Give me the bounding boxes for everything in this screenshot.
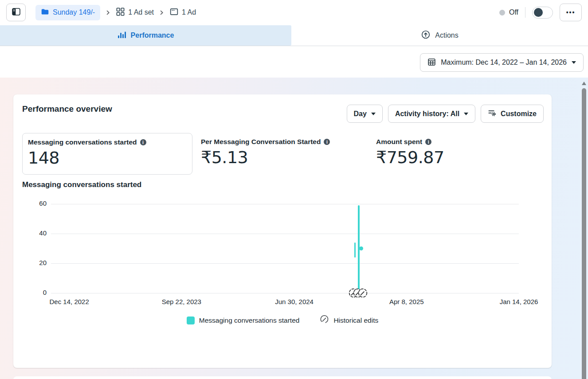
more-options-button[interactable] (560, 4, 582, 21)
chart-legend: Messaging conversations started Historic… (13, 315, 552, 326)
panel-left-icon (11, 7, 21, 19)
info-icon[interactable] (140, 139, 146, 145)
y-axis-tick-label: 60 (25, 199, 47, 207)
x-axis-tick-label: Jun 30, 2024 (275, 298, 314, 305)
historical-edit-icon (320, 315, 329, 326)
historical-edit-marker[interactable] (358, 288, 368, 298)
y-axis-tick-label: 20 (25, 259, 47, 266)
legend-series-label: Messaging conversations started (199, 316, 300, 324)
metric-2-value: ₹5.13 (201, 148, 330, 167)
card-title: Performance overview (22, 104, 112, 114)
calendar-icon (427, 58, 436, 68)
chart-gridline (51, 234, 519, 234)
breadcrumb-ad-label: 1 Ad (182, 8, 196, 16)
delivery-toggle[interactable] (532, 7, 553, 19)
toggle-knob (534, 8, 543, 17)
x-axis-tick-label: Apr 8, 2025 (389, 298, 424, 305)
delivery-status: Off (499, 8, 518, 16)
top-bar: Sunday 149/- 1 Ad set (0, 0, 588, 25)
ad-frame-icon (169, 7, 179, 18)
date-range-label: Maximum: Dec 14, 2022 – Jan 14, 2026 (441, 59, 567, 66)
breadcrumb-adset[interactable]: 1 Ad set (116, 7, 154, 18)
info-icon[interactable] (425, 139, 431, 145)
performance-overview-card: Performance overview Day Activity histor… (13, 94, 552, 368)
customize-label: Customize (501, 110, 537, 118)
sidebar-toggle-button[interactable] (6, 4, 26, 21)
x-axis-tick-label: Dec 14, 2022 (50, 298, 89, 305)
customize-icon (488, 109, 496, 119)
metric-per-conversation[interactable]: Per Messaging Conversation Started ₹5.13 (201, 138, 330, 167)
metric-2-label: Per Messaging Conversation Started (201, 138, 321, 146)
next-section-preview (13, 376, 552, 379)
x-axis-tick-label: Sep 22, 2023 (162, 298, 201, 305)
chevron-down-icon (371, 113, 376, 115)
breadcrumb-campaign-label: Sunday 149/- (53, 8, 95, 16)
tab-performance-label: Performance (131, 31, 174, 39)
breadcrumb-campaign[interactable]: Sunday 149/- (35, 5, 100, 20)
y-axis-tick-label: 0 (25, 289, 47, 296)
legend-item-historical-edits[interactable]: Historical edits (320, 315, 378, 326)
metric-amount-spent[interactable]: Amount spent ₹759.87 (376, 138, 444, 167)
customize-button[interactable]: Customize (481, 105, 544, 123)
interval-label: Day (354, 110, 367, 118)
breadcrumb-ad[interactable]: 1 Ad (169, 7, 196, 18)
overview-controls: Day Activity history: All Cus (347, 105, 544, 123)
interval-dropdown[interactable]: Day (347, 105, 383, 123)
chart-gridline (51, 293, 519, 293)
chevron-down-icon (572, 61, 576, 64)
chart-gridline (51, 263, 519, 264)
metric-messaging-conversations[interactable]: Messaging conversations started 148 (22, 133, 192, 175)
series-data-point (359, 246, 363, 250)
chevron-right-icon (105, 10, 111, 16)
chart-title: Messaging conversations started (22, 180, 141, 189)
content-area: Performance overview Day Activity histor… (0, 78, 588, 379)
legend-edits-label: Historical edits (333, 316, 378, 324)
x-axis-tick-label: Jan 14, 2026 (500, 298, 538, 305)
series-data-line (354, 242, 356, 258)
legend-item-series[interactable]: Messaging conversations started (187, 316, 300, 324)
chevron-down-icon (464, 113, 468, 115)
scroll-up-arrow[interactable] (582, 82, 586, 85)
scrollbar (580, 78, 588, 379)
metric-3-value: ₹759.87 (376, 148, 444, 167)
status-label: Off (509, 8, 518, 16)
tab-actions-label: Actions (435, 31, 458, 39)
date-range-selector[interactable]: Maximum: Dec 14, 2022 – Jan 14, 2026 (420, 53, 584, 72)
adset-grid-icon (116, 7, 125, 18)
folder-icon (41, 8, 49, 18)
tab-performance[interactable]: Performance (0, 25, 291, 46)
bar-chart-icon (118, 30, 126, 41)
filter-bar: Maximum: Dec 14, 2022 – Jan 14, 2026 (0, 46, 588, 78)
scrollbar-thumb[interactable] (582, 88, 586, 379)
metric-3-label: Amount spent (376, 138, 422, 146)
tab-bar: Performance Actions (0, 25, 588, 46)
activity-history-label: Activity history: All (395, 110, 459, 118)
ads-manager-screen: Sunday 149/- 1 Ad set (0, 0, 588, 379)
topbar-divider (525, 7, 525, 18)
status-off-dot-icon (499, 10, 505, 16)
chart-plot: 0204060Dec 14, 2022Sep 22, 2023Jun 30, 2… (51, 199, 519, 293)
metric-1-label: Messaging conversations started (28, 138, 137, 146)
chart-gridline (51, 204, 519, 204)
chevron-right-icon (159, 10, 165, 16)
y-axis-tick-label: 40 (25, 229, 47, 237)
tab-actions[interactable]: Actions (291, 25, 588, 46)
legend-series-swatch (187, 316, 195, 324)
metric-1-value: 148 (28, 148, 187, 168)
arrow-up-circle-icon (421, 30, 431, 41)
activity-history-dropdown[interactable]: Activity history: All (388, 105, 475, 123)
breadcrumb-adset-label: 1 Ad set (128, 8, 154, 16)
info-icon[interactable] (324, 139, 330, 145)
